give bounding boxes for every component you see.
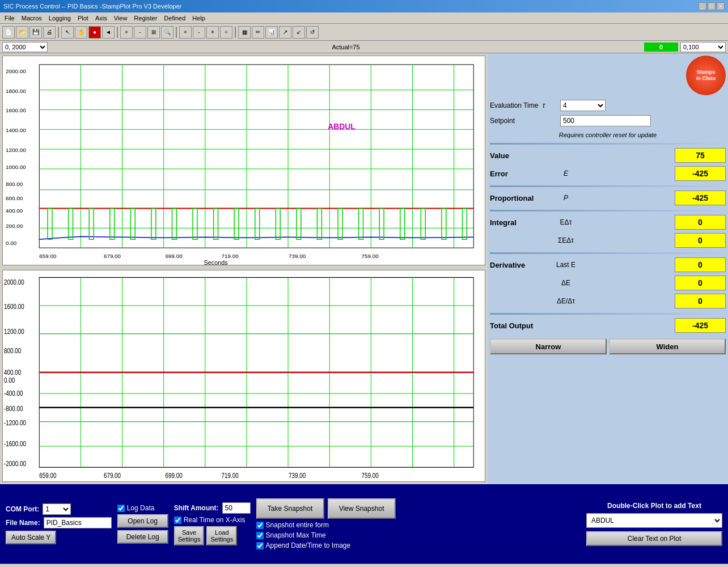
sep2 <box>117 27 118 38</box>
com-port-select[interactable]: 1 <box>43 503 71 515</box>
derivative-label: Derivative <box>490 261 547 269</box>
menu-register[interactable]: Register <box>130 14 160 23</box>
derivative-symbol3: ΔE/Δτ <box>549 297 583 305</box>
tb-fit[interactable]: ⊞ <box>147 26 160 39</box>
load-settings-button[interactable]: Load Settings <box>206 526 237 545</box>
eval-time-row: Evaluation Time τ 4 <box>490 100 726 111</box>
integral-symbol2: ΣEΔτ <box>549 236 583 244</box>
com-port-row: COM Port: 1 <box>6 503 112 515</box>
tb-open[interactable]: 📂 <box>16 26 28 39</box>
tb-grid[interactable]: ▦ <box>238 26 251 39</box>
proportional-display: -425 <box>675 191 726 205</box>
divider-3 <box>490 210 726 211</box>
shift-input[interactable] <box>222 502 251 514</box>
close-btn[interactable]: × <box>717 2 725 10</box>
text-section: Double-Click Plot to add Text ABDUL Clea… <box>586 502 722 546</box>
divider-5 <box>490 313 726 315</box>
tb-export[interactable]: ↗ <box>279 26 291 39</box>
sep3 <box>176 27 177 38</box>
main-area: 2000.00 1800.00 1600.00 1400.00 1200.00 … <box>0 53 728 484</box>
address-bar: 0, 2000 Actual=75 0 0,100 <box>0 41 728 53</box>
append-date-checkbox[interactable] <box>256 542 264 549</box>
green-indicator: 0 <box>644 43 678 52</box>
divider-2 <box>490 185 726 187</box>
snapshot-maxtime-checkbox[interactable] <box>256 532 264 539</box>
view-snapshot-button[interactable]: View Snapshot <box>328 498 396 519</box>
maximize-btn[interactable]: □ <box>708 2 716 10</box>
auto-scale-button[interactable]: Auto Scale Y <box>6 531 56 544</box>
snapshot-btns: Take Snapshot View Snapshot <box>256 498 396 519</box>
tb-import[interactable]: ↙ <box>293 26 305 39</box>
svg-text:699.00: 699.00 <box>166 472 183 479</box>
com-range-select[interactable]: 0, 2000 <box>2 42 48 52</box>
menu-logging[interactable]: Logging <box>45 14 74 23</box>
snapshot-section: Take Snapshot View Snapshot Snapshot ent… <box>256 498 396 549</box>
setpoint-input[interactable] <box>560 115 651 126</box>
delete-log-button[interactable]: Delete Log <box>117 530 168 544</box>
tb-print[interactable]: 🖨 <box>43 26 56 39</box>
bottom-chart[interactable]: 2000.00 1600.00 1200.00 800.00 400.00 0.… <box>2 270 485 482</box>
tb-pen[interactable]: ✏ <box>252 26 264 39</box>
save-settings-button[interactable]: Save Settings <box>174 526 205 545</box>
tb-mul[interactable]: × <box>206 26 219 39</box>
svg-text:659.00: 659.00 <box>39 253 57 259</box>
setpoint-label: Setpoint <box>490 117 558 125</box>
menu-file[interactable]: File <box>1 14 18 23</box>
menu-help[interactable]: Help <box>189 14 209 23</box>
eval-time-select[interactable]: 4 <box>560 100 606 111</box>
right-panel: Stamps in Class Evaluation Time τ 4 Setp… <box>488 53 728 484</box>
tb-back[interactable]: ◄ <box>102 26 115 39</box>
append-date-label: Append Date/Time to Image <box>266 541 351 549</box>
tb-save[interactable]: 💾 <box>29 26 42 39</box>
file-name-input[interactable] <box>44 517 112 528</box>
integral-label: Integral <box>490 218 547 227</box>
tb-hand[interactable]: ✋ <box>75 26 87 39</box>
svg-text:2000.00: 2000.00 <box>6 68 26 74</box>
svg-text:739.00: 739.00 <box>289 472 306 479</box>
realtime-checkbox[interactable] <box>174 517 181 524</box>
svg-rect-12 <box>39 65 473 248</box>
window-controls[interactable]: _ □ × <box>699 2 725 10</box>
svg-text:0.00: 0.00 <box>6 240 17 246</box>
menu-plot[interactable]: Plot <box>74 14 92 23</box>
file-name-row: File Name: <box>6 517 112 528</box>
tb-div[interactable]: ÷ <box>220 26 232 39</box>
widen-button[interactable]: Widen <box>609 338 726 354</box>
menu-view[interactable]: View <box>111 14 131 23</box>
tb-zoom-out[interactable]: - <box>134 26 146 39</box>
menu-defined[interactable]: Defined <box>160 14 189 23</box>
minimize-btn[interactable]: _ <box>699 2 706 10</box>
open-log-button[interactable]: Open Log <box>117 514 168 528</box>
status-bar: ▓▓▓▓▓▓▓▓▓▓▓▒▒▒▒ -P TF0 <box>0 564 728 567</box>
menu-macros[interactable]: Macros <box>18 14 45 23</box>
tb-refresh[interactable]: ↺ <box>306 26 319 39</box>
tb-zoom-in[interactable]: + <box>120 26 133 39</box>
take-snapshot-button[interactable]: Take Snapshot <box>256 498 324 519</box>
divider-1 <box>490 143 726 145</box>
range-select[interactable]: 0,100 <box>680 42 726 52</box>
tb-chart[interactable]: 📊 <box>265 26 278 39</box>
save-load-row: Save Settings Load Settings <box>174 526 251 545</box>
snapshot-entire-checkbox[interactable] <box>256 522 264 529</box>
menu-axis[interactable]: Axis <box>92 14 111 23</box>
tb-sub[interactable]: - <box>193 26 205 39</box>
tb-cursor[interactable]: ↖ <box>61 26 74 39</box>
svg-text:759.00: 759.00 <box>362 253 379 259</box>
svg-text:600.00: 600.00 <box>6 195 23 201</box>
text-select[interactable]: ABDUL <box>586 513 722 528</box>
svg-text:Seconds: Seconds <box>204 259 228 265</box>
top-chart[interactable]: 2000.00 1800.00 1600.00 1400.00 1200.00 … <box>2 56 485 265</box>
derivative-display1: 0 <box>675 257 726 272</box>
narrow-button[interactable]: Narrow <box>490 338 607 354</box>
narrow-widen-group: Narrow Widen <box>490 338 726 354</box>
tb-zoom2[interactable]: 🔍 <box>161 26 173 39</box>
log-data-checkbox[interactable] <box>117 505 125 512</box>
tb-new[interactable]: 📄 <box>2 26 15 39</box>
integral-row2: ΣEΔτ 0 <box>490 233 726 248</box>
shift-label: Shift Amount: <box>174 504 219 512</box>
tb-add[interactable]: + <box>179 26 192 39</box>
integral-display2: 0 <box>675 233 726 248</box>
tb-record[interactable]: ● <box>88 26 101 39</box>
derivative-row1: Derivative Last E 0 <box>490 257 726 272</box>
clear-text-button[interactable]: Clear Text on Plot <box>586 531 722 546</box>
